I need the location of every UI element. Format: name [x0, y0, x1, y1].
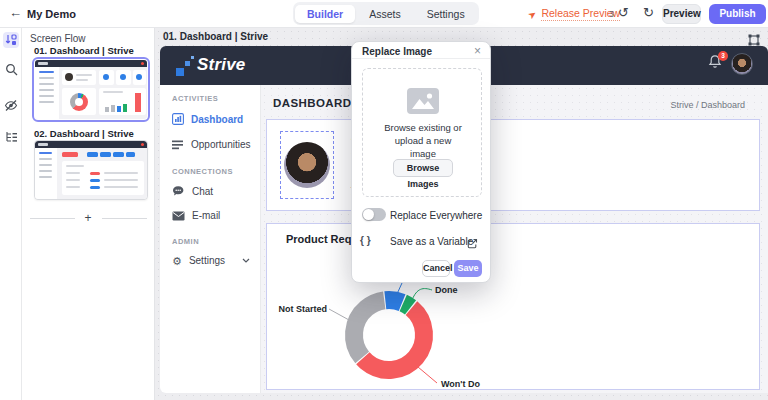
- donut-chart[interactable]: Not Started Done Won't Do: [267, 224, 761, 390]
- braces-icon: { }: [360, 235, 371, 246]
- browse-images-button[interactable]: Browse Images: [393, 159, 453, 177]
- replace-everywhere-label: Replace Everywhere: [390, 210, 482, 221]
- redo-icon[interactable]: ↻: [643, 5, 654, 20]
- screen-flow-panel: Screen Flow 01. Dashboard | Strive: [22, 28, 155, 400]
- top-bar: ← My Demo Builder Assets Settings ➤ Rele…: [0, 0, 768, 28]
- label-wont-do: Won't Do: [441, 379, 480, 389]
- add-screen-row: +: [22, 210, 155, 226]
- selected-image-element[interactable]: [280, 131, 334, 199]
- mockup-sidebar: ACTIVITIES Dashboard Opportunities CONNE…: [160, 85, 261, 393]
- user-avatar[interactable]: [731, 53, 753, 75]
- leader-line-not-started: [329, 309, 349, 320]
- nav-item-settings[interactable]: ⚙ Settings: [172, 255, 250, 266]
- upload-dropzone[interactable]: Browse existing or upload a new image Br…: [362, 68, 482, 197]
- close-icon[interactable]: ×: [474, 44, 481, 58]
- nav-item-chat[interactable]: Chat: [172, 185, 213, 197]
- thumbnail-2-preview: [35, 141, 147, 199]
- profile-photo: [284, 142, 330, 188]
- hide-eye-icon[interactable]: [3, 97, 19, 113]
- upload-text: image: [363, 148, 483, 159]
- nav-item-opportunities[interactable]: Opportunities: [172, 139, 250, 150]
- chart-icon: [172, 113, 184, 125]
- nav-label: Dashboard: [191, 114, 243, 125]
- screen-thumbnail-2[interactable]: [34, 140, 148, 200]
- nav-section-admin: ADMIN: [172, 237, 199, 246]
- replace-everywhere-toggle[interactable]: [362, 208, 386, 221]
- upload-text: upload a new: [363, 135, 483, 146]
- project-title: My Demo: [27, 8, 76, 20]
- leader-line-done: [412, 289, 432, 300]
- gear-icon: ⚙: [172, 256, 182, 266]
- label-not-started: Not Started: [278, 304, 327, 314]
- strive-logo: Strive: [176, 54, 266, 78]
- save-button[interactable]: Save: [454, 260, 482, 277]
- screen-1-label: 01. Dashboard | Strive: [34, 45, 134, 56]
- external-link-icon[interactable]: [467, 235, 478, 253]
- breadcrumb: Strive / Dashboard: [670, 100, 745, 110]
- nav-section-activities: ACTIVITIES: [172, 94, 218, 103]
- nav-item-email[interactable]: E-mail: [172, 210, 220, 221]
- mode-tabs: Builder Assets Settings: [293, 2, 479, 25]
- nav-label: Chat: [192, 186, 213, 197]
- undo-icon[interactable]: ↺: [618, 5, 629, 20]
- canvas-screen-label: 01. Dashboard | Strive: [163, 31, 268, 42]
- cancel-button[interactable]: Cancel: [422, 260, 450, 277]
- notification-badge: 3: [718, 51, 728, 61]
- leader-line-wont-do: [418, 367, 437, 383]
- image-placeholder-icon: [407, 88, 439, 118]
- layers-tree-icon[interactable]: [3, 129, 19, 145]
- tab-assets[interactable]: Assets: [357, 5, 413, 23]
- upload-text: Browse existing or: [363, 122, 483, 133]
- toggle-knob: [363, 209, 374, 220]
- release-preview-link[interactable]: ➤ Release Preview: [528, 7, 620, 21]
- mail-icon: [172, 211, 185, 221]
- nav-section-connections: CONNECTIONS: [172, 167, 233, 176]
- screen-2-label: 02. Dashboard | Strive: [34, 128, 134, 139]
- flow-icon: [5, 34, 17, 46]
- preview-button[interactable]: Preview: [662, 4, 701, 24]
- nav-label: Opportunities: [191, 139, 250, 150]
- profile-card[interactable]: J S j +: [266, 119, 760, 211]
- tab-settings[interactable]: Settings: [415, 5, 477, 23]
- add-screen-button[interactable]: +: [80, 210, 96, 226]
- product-requests-card[interactable]: Product Requests Not Started Done Won't …: [266, 223, 760, 390]
- save-as-variable-label[interactable]: Save as a Variable: [390, 236, 473, 247]
- screen-thumbnail-1[interactable]: [32, 57, 150, 122]
- screen-flow-icon[interactable]: [3, 32, 19, 48]
- mockup-page-title: DASHBOARD: [273, 97, 351, 109]
- list-icon: [172, 140, 184, 150]
- replace-image-modal: Replace Image × Browse existing or uploa…: [351, 41, 491, 283]
- publish-button[interactable]: Publish: [709, 4, 766, 24]
- app-root: ← My Demo Builder Assets Settings ➤ Rele…: [0, 0, 768, 400]
- tool-rail: [0, 28, 22, 400]
- brand-name: Strive: [197, 55, 245, 75]
- modal-header: Replace Image ×: [352, 42, 490, 59]
- undo-count: 3: [609, 9, 614, 19]
- search-icon[interactable]: [3, 61, 19, 77]
- nav-label: Settings: [189, 255, 225, 266]
- notification-bell-icon[interactable]: 3: [708, 54, 728, 74]
- nav-item-dashboard[interactable]: Dashboard: [172, 113, 243, 125]
- chevron-down-icon: [242, 258, 250, 263]
- nav-label: E-mail: [192, 210, 220, 221]
- send-icon: ➤: [526, 7, 539, 21]
- chat-icon: [172, 185, 185, 197]
- modal-title: Replace Image: [362, 46, 432, 57]
- back-arrow-icon[interactable]: ←: [9, 5, 22, 20]
- screen-flow-title: Screen Flow: [30, 33, 86, 44]
- tab-builder[interactable]: Builder: [295, 5, 355, 23]
- label-done: Done: [435, 285, 458, 295]
- thumbnail-1-preview: [35, 60, 147, 119]
